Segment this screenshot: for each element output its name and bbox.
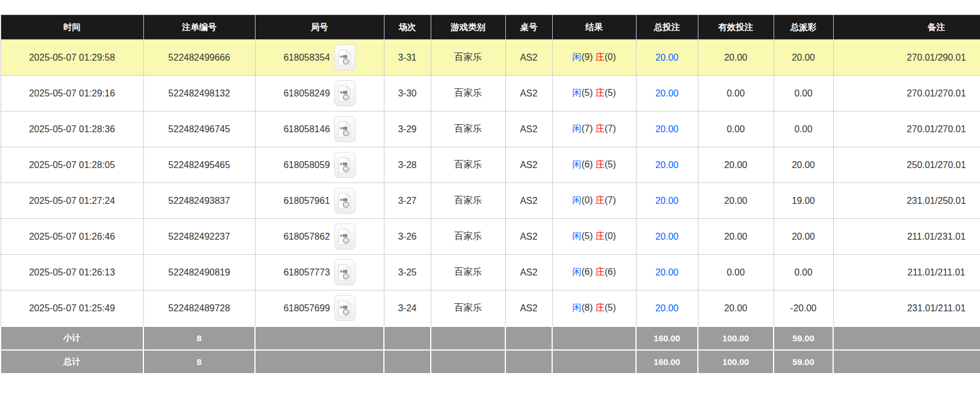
cell-total-payout: 20.00 [774,40,833,76]
footer-bet-count: 8 [143,326,255,350]
total-bet-link[interactable]: 20.00 [655,267,678,277]
banker-result-score: (5) [605,159,616,169]
bet-row: 2025-05-07 01:29:58522482499666618058354… [1,40,980,76]
video-replay-button[interactable] [334,224,356,249]
cell-result: 闲(0) 庄(7) [552,183,636,219]
cell-remark: 211.01/211.01 [833,255,980,290]
total-bet-link[interactable]: 20.00 [655,232,678,241]
cell-session: 3-30 [384,76,431,111]
total-bet-link[interactable]: 20.00 [655,160,678,170]
column-header-round_id: 局号 [255,15,384,40]
cell-time: 2025-05-07 01:25:49 [1,290,143,327]
cell-total-bet: 20.00 [636,183,698,219]
column-header-bet_id: 注单编号 [143,15,255,40]
video-file-icon [338,85,352,102]
round-id-group: 618057773 [258,259,382,285]
cell-total-payout: 0.00 [774,255,833,290]
cell-result: 闲(8) 庄(5) [552,290,636,327]
cell-time: 2025-05-07 01:26:13 [1,255,143,290]
footer-valid-bet: 100.00 [698,350,774,374]
cell-session: 3-26 [384,219,431,255]
video-file-icon [338,300,352,316]
bet-row: 2025-05-07 01:26:46522482492237618057862… [1,219,980,255]
footer-empty-cell [431,326,505,350]
cell-valid-bet: 20.00 [698,290,774,327]
player-result-label: 闲 [572,195,582,205]
column-header-game_type: 游戏类别 [431,15,505,40]
footer-empty-cell [431,350,505,374]
cell-game-type: 百家乐 [431,147,505,183]
cell-bet-id: 522482499666 [143,40,255,76]
total-bet-link[interactable]: 20.00 [655,303,678,313]
bet-row: 2025-05-07 01:29:16522482498132618058249… [1,76,980,111]
cell-total-payout: 0.00 [774,76,833,111]
cell-valid-bet: 20.00 [698,147,774,183]
video-replay-button[interactable] [334,152,356,178]
cell-total-payout: 20.00 [774,147,833,183]
cell-session: 3-27 [384,183,431,219]
video-file-icon [338,121,352,137]
cell-total-bet: 20.00 [636,290,698,327]
footer-empty-cell [833,326,980,350]
footer-total-payout: 59.00 [774,326,833,350]
cell-game-type: 百家乐 [431,290,505,327]
player-result-label: 闲 [572,267,582,277]
cell-round-id: 618057699 [255,290,384,327]
cell-round-id: 618057862 [255,219,384,255]
cell-remark: 231.01/211.01 [833,290,980,327]
cell-session: 3-28 [384,147,431,183]
cell-result: 闲(7) 庄(7) [552,111,636,147]
round-id-group: 618058354 [258,44,382,70]
bet-row: 2025-05-07 01:28:36522482496745618058146… [1,111,980,147]
bet-row: 2025-05-07 01:26:13522482490819618057773… [1,255,980,290]
bet-row: 2025-05-07 01:28:05522482495465618058059… [1,147,980,183]
footer-empty-cell [255,350,384,374]
cell-total-payout: 0.00 [774,111,833,147]
cell-table-no: AS2 [505,40,552,76]
player-result-score: (9) [582,52,593,62]
total-bet-link[interactable]: 20.00 [655,53,678,62]
round-number: 618058249 [283,88,330,99]
total-bet-link[interactable]: 20.00 [655,88,678,98]
video-replay-button[interactable] [334,188,356,214]
player-result-label: 闲 [572,52,582,62]
banker-result-score: (0) [605,231,616,241]
footer-total-bet: 160.00 [636,326,698,350]
footer-empty-cell [552,350,636,374]
cell-round-id: 618058146 [255,111,384,147]
video-replay-button[interactable] [334,295,356,321]
player-result-score: (6) [582,267,593,277]
cell-total-bet: 20.00 [636,219,698,255]
column-header-time: 时间 [1,15,143,40]
cell-table-no: AS2 [505,290,552,327]
grand-total-row: 总计8160.00100.0059.00 [1,350,980,374]
cell-game-type: 百家乐 [431,111,505,147]
cell-remark: 270.01/290.01 [833,40,980,76]
round-id-group: 618057699 [258,295,382,321]
player-result-label: 闲 [572,231,582,241]
video-replay-button[interactable] [334,80,356,106]
cell-valid-bet: 20.00 [698,40,774,76]
total-bet-link[interactable]: 20.00 [655,196,678,206]
cell-round-id: 618058354 [255,40,384,76]
cell-result: 闲(6) 庄(6) [552,255,636,290]
video-replay-button[interactable] [334,44,356,70]
total-bet-link[interactable]: 20.00 [655,124,678,134]
cell-game-type: 百家乐 [431,255,505,290]
video-file-icon [338,157,352,173]
video-replay-button[interactable] [334,116,356,142]
cell-total-bet: 20.00 [636,40,698,76]
cell-time: 2025-05-07 01:27:24 [1,183,143,219]
cell-result: 闲(6) 庄(5) [552,147,636,183]
player-result-label: 闲 [572,88,582,98]
cell-session: 3-29 [384,111,431,147]
player-result-score: (0) [582,195,593,205]
cell-total-payout: 19.00 [774,183,833,219]
header-row: 时间注单编号局号场次游戏类别桌号结果总投注有效投注总派彩备注 [1,15,980,40]
player-result-score: (5) [582,231,593,241]
column-header-session: 场次 [384,15,431,40]
cell-bet-id: 522482489728 [143,290,255,327]
round-number: 618057773 [283,267,330,278]
video-replay-button[interactable] [334,259,356,285]
player-result-label: 闲 [572,159,582,169]
